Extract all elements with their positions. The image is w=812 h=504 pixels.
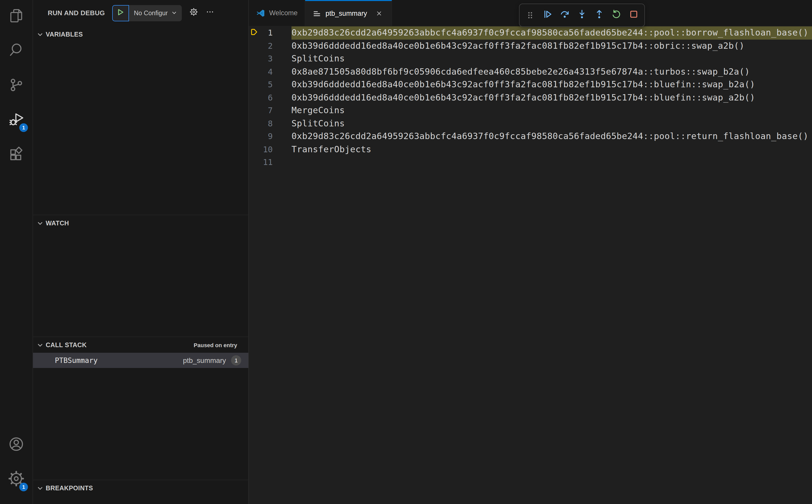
line-number: 3 (259, 52, 273, 65)
step-into-icon (576, 9, 588, 22)
continue-button[interactable] (539, 6, 556, 25)
sidebar-item-source-control[interactable] (4, 74, 28, 98)
sidebar-item-search[interactable] (4, 39, 28, 63)
ellipsis-icon (206, 8, 214, 18)
debug-launch-control: No Configur (112, 5, 182, 21)
debug-configuration-value: No Configur (134, 9, 168, 16)
extensions-icon (8, 145, 25, 164)
code-line: 6 0xb39d6dddedd16ed8a40ce0b1e6b43c92acf0… (249, 91, 812, 104)
call-stack-panel (33, 368, 248, 480)
breakpoint-gutter[interactable] (249, 78, 259, 91)
code-line: 1 0xb29d83c26cdd2a64959263abbcfc4a6937f0… (249, 26, 812, 39)
breakpoint-gutter[interactable] (249, 26, 259, 39)
code-line-text[interactable]: SplitCoins (291, 52, 812, 65)
breakpoint-gutter[interactable] (249, 117, 259, 130)
code-line-text[interactable]: 0xb39d6dddedd16ed8a40ce0b1e6b43c92acf0ff… (291, 78, 812, 91)
chevron-down-icon (36, 341, 44, 349)
sidebar-title: RUN AND DEBUG (48, 9, 105, 17)
close-tab-icon[interactable] (374, 8, 384, 19)
code-line-text[interactable]: 0xb29d83c26cdd2a64959263abbcfc4a6937f0c9… (291, 130, 812, 143)
step-out-button[interactable] (591, 6, 608, 25)
stop-icon (628, 9, 639, 22)
debug-configuration-dropdown[interactable]: No Configur (129, 5, 182, 21)
debug-current-line-marker-icon (250, 28, 258, 38)
breakpoint-gutter[interactable] (249, 65, 259, 78)
line-number: 8 (259, 117, 273, 130)
settings-button[interactable]: 1 (4, 467, 28, 492)
line-number: 10 (259, 143, 273, 156)
code-line: 11 (249, 156, 812, 169)
call-stack-status: Paused on entry (194, 342, 248, 348)
tab-label: Welcome (269, 9, 297, 17)
screenshot-stage: 1 (0, 0, 812, 504)
code-line-text[interactable]: SplitCoins (291, 117, 812, 130)
line-number: 7 (259, 104, 273, 117)
stop-button[interactable] (625, 6, 642, 25)
breakpoint-gutter[interactable] (249, 143, 259, 156)
sidebar-item-explorer[interactable] (4, 5, 28, 29)
accounts-button[interactable] (4, 433, 28, 457)
tab-label: ptb_summary (325, 10, 367, 17)
line-number: 1 (259, 26, 273, 39)
step-out-icon (594, 9, 605, 22)
views-and-more-actions-button[interactable] (206, 8, 214, 18)
section-header-watch[interactable]: WATCH (33, 215, 248, 231)
sidebar-header: RUN AND DEBUG No Configur (33, 0, 248, 26)
frame-file: ptb_summary (183, 356, 226, 364)
chevron-down-icon (36, 219, 44, 227)
account-icon (8, 435, 25, 455)
code-line-text[interactable]: 0xb39d6dddedd16ed8a40ce0b1e6b43c92acf0ff… (291, 39, 812, 52)
step-over-button[interactable] (556, 6, 573, 25)
code-line: 4 0x8ae871505a80d8bf6bf9c05906cda6edfeea… (249, 65, 812, 78)
files-icon (8, 7, 25, 26)
code-line: 7 MergeCoins (249, 104, 812, 117)
code-line: 9 0xb29d83c26cdd2a64959263abbcfc4a6937f0… (249, 130, 812, 143)
settings-badge: 1 (19, 483, 28, 491)
start-debugging-button[interactable] (112, 5, 129, 21)
breakpoint-gutter[interactable] (249, 39, 259, 52)
code-line: 8 SplitCoins (249, 117, 812, 130)
vscode-logo-icon (256, 8, 265, 18)
code-line-text[interactable]: TransferObjects (291, 143, 812, 156)
code-editor[interactable]: 1 0xb29d83c26cdd2a64959263abbcfc4a6937f0… (249, 26, 812, 504)
breakpoint-gutter[interactable] (249, 52, 259, 65)
frame-badge: 1 (231, 355, 241, 365)
tab-ptb-summary[interactable]: ptb_summary (305, 0, 392, 26)
code-line: 3 SplitCoins (249, 52, 812, 65)
restart-button[interactable] (608, 6, 625, 25)
line-number: 9 (259, 130, 273, 143)
breakpoint-gutter[interactable] (249, 156, 259, 169)
step-into-button[interactable] (573, 6, 591, 25)
vscode-window: 1 (0, 0, 812, 504)
section-title: WATCH (46, 220, 69, 227)
line-number: 5 (259, 78, 273, 91)
debug-settings-gear-button[interactable] (190, 8, 198, 18)
editor-group: Welcome ptb_summary (249, 0, 812, 504)
section-header-breakpoints[interactable]: BREAKPOINTS (33, 480, 248, 496)
code-line-text[interactable]: 0x8ae871505a80d8bf6bf9c05906cda6edfeea46… (291, 65, 812, 78)
code-line-text[interactable]: 0xb29d83c26cdd2a64959263abbcfc4a6937f0c9… (291, 26, 812, 39)
toolbar-drag-handle[interactable] (522, 6, 539, 25)
search-icon (8, 42, 25, 61)
code-line-text[interactable]: 0xb39d6dddedd16ed8a40ce0b1e6b43c92acf0ff… (291, 91, 812, 104)
breakpoint-gutter[interactable] (249, 104, 259, 117)
breakpoints-panel (33, 496, 248, 504)
sidebar-item-extensions[interactable] (4, 143, 28, 167)
list-file-icon (312, 9, 321, 18)
code-line: 5 0xb39d6dddedd16ed8a40ce0b1e6b43c92acf0… (249, 78, 812, 91)
section-header-variables[interactable]: VARIABLES (33, 26, 248, 42)
breakpoint-gutter[interactable] (249, 130, 259, 143)
section-header-call-stack[interactable]: CALL STACK Paused on entry (33, 337, 248, 353)
code-line: 2 0xb39d6dddedd16ed8a40ce0b1e6b43c92acf0… (249, 39, 812, 52)
sidebar-item-run-and-debug[interactable]: 1 (4, 108, 28, 132)
section-title: VARIABLES (46, 31, 83, 38)
call-stack-frame-row[interactable]: PTBSummary ptb_summary 1 (33, 353, 248, 368)
chevron-down-icon (168, 8, 177, 18)
chevron-down-icon (36, 484, 44, 492)
section-title: CALL STACK (46, 341, 87, 348)
breakpoint-gutter[interactable] (249, 91, 259, 104)
code-line-text[interactable]: MergeCoins (291, 104, 812, 117)
tab-welcome[interactable]: Welcome (249, 0, 305, 26)
line-number: 4 (259, 65, 273, 78)
frame-name: PTBSummary (55, 356, 98, 364)
